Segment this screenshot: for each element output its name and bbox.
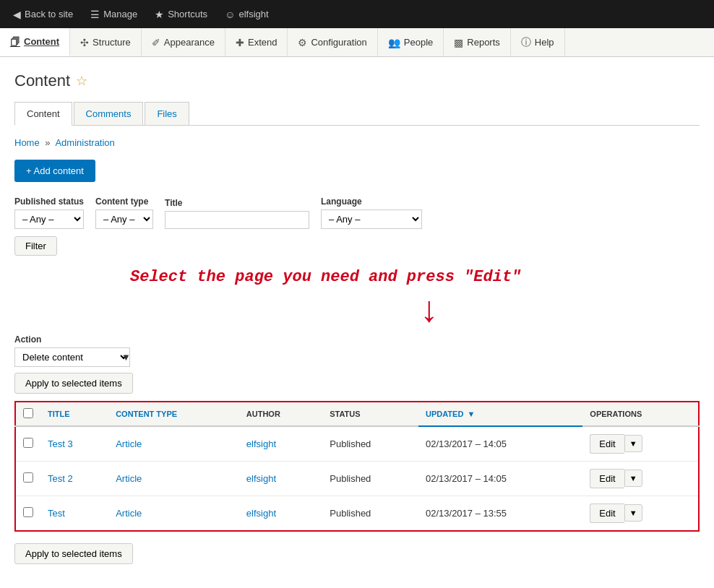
menu-icon: ☰ — [90, 9, 100, 20]
row2-edit-button[interactable]: Edit — [590, 469, 624, 488]
row3-status-cell: Published — [322, 496, 418, 531]
row1-checkbox[interactable] — [23, 438, 33, 448]
row1-author-cell: elfsight — [239, 426, 322, 462]
tab-content[interactable]: Content — [14, 102, 72, 126]
row3-edit-group: Edit ▼ — [590, 503, 691, 523]
row3-title-cell: Test — [40, 496, 108, 531]
row1-edit-button[interactable]: Edit — [590, 434, 624, 454]
bookmark-star-icon[interactable]: ☆ — [76, 73, 87, 89]
row2-checkbox-cell — [15, 461, 40, 496]
row2-edit-group: Edit ▼ — [590, 469, 691, 488]
reports-icon: ▩ — [454, 37, 463, 48]
nav-help[interactable]: ⓘ Help — [511, 28, 565, 56]
row2-edit-dropdown[interactable]: ▼ — [624, 470, 642, 487]
row3-author-link[interactable]: elfsight — [246, 508, 276, 519]
row1-edit-group: Edit ▼ — [590, 434, 691, 454]
nav-people[interactable]: 👥 People — [378, 28, 444, 56]
action-label: Action — [14, 334, 700, 345]
select-all-checkbox[interactable] — [23, 408, 33, 418]
row3-edit-dropdown[interactable]: ▼ — [624, 504, 642, 522]
breadcrumb-separator: » — [45, 137, 50, 148]
row3-title-link[interactable]: Test — [48, 508, 65, 519]
row3-checkbox[interactable] — [23, 507, 33, 517]
filter-section: Published status – Any – Content type – … — [14, 196, 700, 256]
nav-appearance[interactable]: ✐ Appearance — [142, 28, 225, 56]
row1-status-cell: Published — [322, 426, 418, 462]
shortcuts-menu[interactable]: ★ Shortcuts — [147, 0, 215, 28]
tab-files[interactable]: Files — [145, 102, 189, 125]
back-icon: ◀ — [13, 9, 21, 20]
nav-extend[interactable]: ✚ Extend — [225, 28, 288, 56]
content-type-select[interactable]: – Any – — [95, 209, 153, 229]
tab-comments[interactable]: Comments — [74, 102, 144, 125]
language-label: Language — [321, 196, 422, 207]
content-type-label: Content type — [95, 196, 153, 207]
nav-structure[interactable]: ✣ Structure — [70, 28, 142, 56]
breadcrumb-home[interactable]: Home — [14, 137, 40, 148]
col-author[interactable]: AUTHOR — [239, 402, 322, 426]
row1-author-link[interactable]: elfsight — [246, 438, 276, 449]
user-icon: ☺ — [225, 9, 235, 20]
published-status-select[interactable]: – Any – — [14, 209, 84, 229]
content-table: TITLE CONTENT TYPE AUTHOR STATUS UPDATED… — [14, 401, 700, 532]
add-content-button[interactable]: + Add content — [14, 160, 95, 182]
col-updated[interactable]: UPDATED ▼ — [418, 402, 582, 426]
row2-author-cell: elfsight — [239, 461, 322, 496]
annotation-arrow-container: ↓ — [159, 291, 700, 327]
breadcrumb: Home » Administration — [14, 137, 700, 148]
row1-updated-cell: 02/13/2017 – 14:05 — [418, 426, 582, 462]
row1-type-link[interactable]: Article — [116, 438, 142, 449]
row1-operations-cell: Edit ▼ — [582, 426, 699, 462]
published-status-label: Published status — [14, 196, 84, 207]
row2-checkbox[interactable] — [23, 472, 33, 483]
filter-row: Published status – Any – Content type – … — [14, 196, 700, 229]
col-status[interactable]: STATUS — [322, 402, 418, 426]
language-select[interactable]: – Any – — [321, 209, 422, 229]
content-tabs: Content Comments Files — [14, 102, 700, 126]
nav-content[interactable]: 🗍 Content — [0, 28, 70, 56]
filter-button[interactable]: Filter — [14, 236, 57, 256]
main-nav: 🗍 Content ✣ Structure ✐ Appearance ✚ Ext… — [0, 28, 714, 57]
row2-title-link[interactable]: Test 2 — [48, 473, 73, 484]
row3-type-cell: Article — [108, 496, 239, 531]
nav-reports[interactable]: ▩ Reports — [444, 28, 511, 56]
appearance-icon: ✐ — [152, 37, 160, 48]
row2-type-link[interactable]: Article — [116, 473, 142, 484]
row3-type-link[interactable]: Article — [116, 508, 142, 519]
manage-menu[interactable]: ☰ Manage — [83, 0, 145, 28]
table-header: TITLE CONTENT TYPE AUTHOR STATUS UPDATED… — [15, 402, 699, 426]
row3-operations-cell: Edit ▼ — [582, 496, 699, 531]
content-type-filter: Content type – Any – — [95, 196, 153, 229]
col-title[interactable]: TITLE — [40, 402, 108, 426]
published-status-filter: Published status – Any – — [14, 196, 84, 229]
col-content-type[interactable]: CONTENT TYPE — [108, 402, 239, 426]
row3-edit-button[interactable]: Edit — [590, 503, 624, 523]
content-icon: 🗍 — [10, 36, 20, 48]
extend-icon: ✚ — [236, 37, 244, 48]
row1-title-link[interactable]: Test 3 — [48, 438, 73, 449]
action-section: Action Delete content ▼ Apply to selecte… — [14, 334, 700, 394]
nav-configuration[interactable]: ⚙ Configuration — [288, 28, 377, 56]
action-select[interactable]: Delete content — [14, 347, 130, 367]
people-icon: 👥 — [388, 37, 400, 48]
user-menu[interactable]: ☺ elfsight — [218, 0, 276, 28]
row1-checkbox-cell — [15, 426, 40, 462]
row3-updated-cell: 02/13/2017 – 13:55 — [418, 496, 582, 531]
col-operations: OPERATIONS — [582, 402, 699, 426]
breadcrumb-admin[interactable]: Administration — [55, 137, 114, 148]
row2-author-link[interactable]: elfsight — [246, 473, 276, 484]
back-to-site[interactable]: ◀ Back to site — [6, 0, 80, 28]
admin-bar: ◀ Back to site ☰ Manage ★ Shortcuts ☺ el… — [0, 0, 714, 28]
title-input[interactable] — [165, 211, 309, 229]
row2-type-cell: Article — [108, 461, 239, 496]
row2-operations-cell: Edit ▼ — [582, 461, 699, 496]
row3-checkbox-cell — [15, 496, 40, 531]
page-content: Content ☆ Content Comments Files Home » … — [0, 57, 714, 579]
structure-icon: ✣ — [80, 37, 89, 48]
row1-type-cell: Article — [108, 426, 239, 462]
row1-edit-dropdown[interactable]: ▼ — [624, 435, 642, 452]
apply-bottom-button[interactable]: Apply to selected items — [14, 543, 133, 564]
language-filter: Language – Any – — [321, 196, 422, 229]
apply-top-button[interactable]: Apply to selected items — [14, 373, 133, 394]
help-icon: ⓘ — [521, 36, 531, 49]
